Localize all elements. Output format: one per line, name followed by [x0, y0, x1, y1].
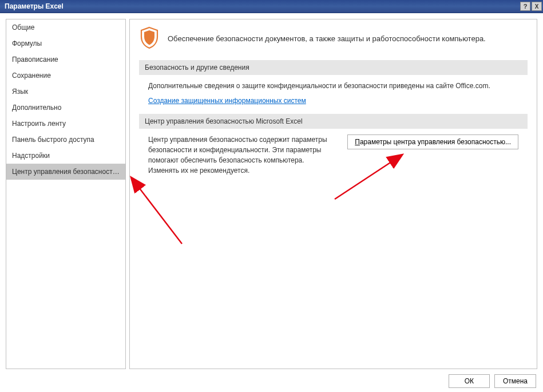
trust-button-rest: араметры центра управления безопасностью… — [360, 138, 511, 146]
sidebar-item-language[interactable]: Язык — [6, 84, 125, 100]
trust-center-text: Центр управления безопасностью содержит … — [148, 134, 336, 176]
titlebar: Параметры Excel ? X — [0, 0, 543, 13]
close-button[interactable]: X — [532, 2, 542, 11]
sidebar-item-quick-access[interactable]: Панель быстрого доступа — [6, 132, 125, 148]
help-button[interactable]: ? — [520, 2, 530, 11]
section-header-security-info: Безопасность и другие сведения — [139, 60, 528, 75]
trusted-systems-link[interactable]: Создание защищенных информационных систе… — [148, 96, 306, 106]
sidebar-item-formulas[interactable]: Формулы — [6, 35, 125, 52]
cancel-button[interactable]: Отмена — [494, 374, 536, 388]
ok-button[interactable]: ОК — [449, 374, 490, 388]
dialog-footer: ОК Отмена — [0, 369, 543, 392]
sidebar-item-general[interactable]: Общие — [6, 19, 125, 35]
sidebar-item-customize-ribbon[interactable]: Настроить ленту — [6, 116, 125, 132]
sidebar-item-save[interactable]: Сохранение — [6, 68, 125, 84]
sidebar-item-addins[interactable]: Надстройки — [6, 148, 125, 164]
sidebar-item-proofing[interactable]: Правописание — [6, 52, 125, 68]
sidebar: Общие Формулы Правописание Сохранение Яз… — [6, 19, 126, 369]
trust-center-settings-button[interactable]: Параметры центра управления безопасность… — [347, 134, 518, 149]
help-icon: ? — [524, 3, 528, 10]
titlebar-buttons: ? X — [520, 2, 542, 11]
sidebar-item-trust-center[interactable]: Центр управления безопасностью — [6, 164, 125, 180]
security-info-text: Дополнительные сведения о защите конфиде… — [148, 81, 518, 91]
window-title: Параметры Excel — [5, 2, 64, 10]
content-panel: Обеспечение безопасности документов, а т… — [129, 19, 537, 369]
sidebar-item-advanced[interactable]: Дополнительно — [6, 100, 125, 116]
intro-text: Обеспечение безопасности документов, а т… — [168, 34, 486, 43]
close-icon: X — [535, 3, 539, 10]
shield-icon — [139, 26, 160, 51]
section-header-trust-center: Центр управления безопасностью Microsoft… — [139, 114, 528, 129]
